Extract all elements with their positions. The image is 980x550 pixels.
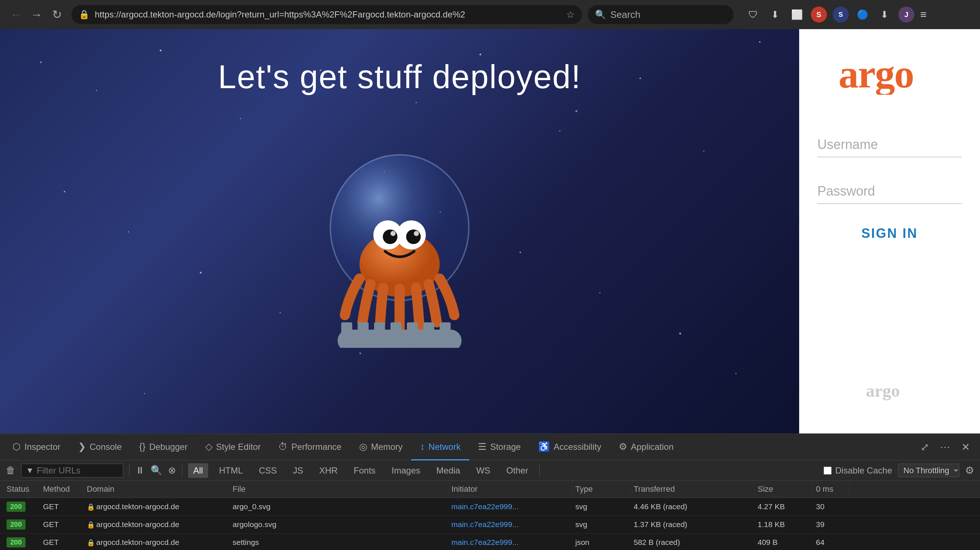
tab-accessibility[interactable]: ♿ Accessibility [530, 434, 610, 460]
filter-ws-button[interactable]: WS [471, 463, 495, 478]
page-left: Let's get stuff deployed! [0, 29, 799, 433]
toolbar-divider-1 [129, 464, 129, 477]
tab-style-editor[interactable]: ◇ Style Editor [197, 434, 270, 460]
search-placeholder-text: Search [610, 9, 640, 21]
tab-network[interactable]: ↕ Network [411, 434, 469, 460]
cell-method: GET [40, 534, 84, 550]
tab-debugger[interactable]: {} Debugger [130, 434, 197, 460]
avatar-2[interactable]: S [833, 6, 849, 22]
argo-logo: argo [835, 51, 944, 103]
filter-all-button[interactable]: All [188, 463, 208, 478]
status-badge: 200 [6, 520, 25, 529]
network-icon: ↕ [420, 441, 425, 452]
tab-application[interactable]: ⚙ Application [610, 434, 682, 460]
svg-point-4 [383, 230, 398, 244]
cell-file: argo_0.svg [230, 499, 449, 515]
page-headline: Let's get stuff deployed! [0, 58, 799, 96]
address-bar[interactable]: 🔒 https://argocd.tekton-argocd.de/login?… [72, 5, 582, 24]
menu-button[interactable]: ≡ [920, 8, 927, 21]
filter-other-button[interactable]: Other [501, 463, 533, 478]
filter-urls-wrapper: ▼ [21, 464, 123, 477]
cell-transferred: 582 B (raced) [631, 534, 755, 550]
password-field [818, 179, 962, 204]
filter-urls-input[interactable] [37, 466, 110, 476]
cell-type: svg [573, 499, 631, 515]
avatar[interactable]: S [811, 6, 827, 22]
throttle-select[interactable]: No Throttling Fast 3G Slow 3G [898, 464, 959, 477]
cell-size: 1.18 KB [755, 517, 813, 533]
lock-icon: 🔒 [79, 10, 90, 20]
undock-button[interactable]: ⤢ [916, 439, 933, 456]
filter-xhr-button[interactable]: XHR [314, 463, 343, 478]
devtools-tabs: ⬡ Inspector ❯ Console {} Debugger ◇ Styl… [0, 434, 980, 460]
col-transferred: Transferred [631, 481, 755, 498]
cell-time: 64 [813, 534, 850, 550]
filter-css-button[interactable]: CSS [254, 463, 282, 478]
login-panel: argo SIGN IN argo [799, 29, 980, 433]
sync-button[interactable]: 🔵 [854, 6, 870, 22]
forward-button[interactable]: → [28, 6, 45, 23]
application-icon: ⚙ [619, 441, 627, 452]
col-status: Status [4, 481, 40, 498]
username-input[interactable] [818, 133, 962, 157]
cell-type: svg [573, 517, 631, 533]
col-domain: Domain [84, 481, 230, 498]
close-devtools-button[interactable]: ✕ [957, 439, 974, 456]
filter-html-button[interactable]: HTML [214, 463, 248, 478]
sign-in-button[interactable]: SIGN IN [861, 226, 918, 241]
cell-method: GET [40, 499, 84, 515]
filter-fonts-button[interactable]: Fonts [348, 463, 380, 478]
password-input[interactable] [818, 179, 962, 204]
reload-button[interactable]: ↻ [48, 6, 65, 23]
cell-status: 200 [4, 498, 40, 515]
clear-network-button[interactable]: ⊗ [168, 465, 176, 476]
disable-cache-label[interactable]: Disable Cache [824, 466, 892, 476]
url-text: https://argocd.tekton-argocd.de/login?re… [95, 10, 561, 20]
tab-storage[interactable]: ☰ Storage [469, 434, 530, 460]
table-body: 200 GET 🔒argocd.tekton-argocd.de argo_0.… [0, 498, 980, 550]
network-toolbar: 🗑 ▼ ⏸ 🔍 ⊗ All HTML CSS JS XHR Fonts Imag… [0, 460, 980, 481]
cell-method: GET [40, 517, 84, 533]
network-settings-button[interactable]: ⚙ [965, 464, 974, 476]
filter-media-button[interactable]: Media [431, 463, 465, 478]
username-field [818, 133, 962, 157]
toolbar-divider-3 [539, 464, 539, 477]
shield-button[interactable]: 🛡 [745, 6, 761, 22]
tab-inspector[interactable]: ⬡ Inspector [4, 434, 69, 460]
search-bar[interactable]: 🔍 Search [588, 5, 733, 24]
memory-icon: ◎ [359, 441, 368, 452]
svg-point-6 [390, 231, 396, 236]
filter-icon: ▼ [26, 466, 34, 476]
user-avatar[interactable]: J [898, 6, 915, 22]
console-icon: ❯ [78, 441, 86, 452]
filter-images-button[interactable]: Images [387, 463, 425, 478]
cell-size: 409 B [755, 534, 813, 550]
clear-requests-button[interactable]: 🗑 [6, 465, 15, 476]
tab-performance[interactable]: ⏱ Performance [269, 434, 350, 460]
cell-time: 30 [813, 499, 850, 515]
devtools-tab-actions: ⤢ ⋯ ✕ [916, 434, 980, 460]
tab-console[interactable]: ❯ Console [69, 434, 130, 460]
bookmark-button[interactable]: ☆ [566, 9, 574, 21]
tab-memory[interactable]: ◎ Memory [350, 434, 412, 460]
filter-js-button[interactable]: JS [288, 463, 308, 478]
table-row[interactable]: 200 GET 🔒argocd.tekton-argocd.de argo_0.… [0, 498, 980, 516]
pause-recording-button[interactable]: ⏸ [135, 465, 145, 476]
mascot-svg [298, 144, 502, 348]
search-requests-button[interactable]: 🔍 [151, 465, 162, 476]
table-row[interactable]: 200 GET 🔒argocd.tekton-argocd.de setting… [0, 534, 980, 550]
table-row[interactable]: 200 GET 🔒argocd.tekton-argocd.de argolog… [0, 516, 980, 534]
cell-domain: 🔒argocd.tekton-argocd.de [84, 517, 230, 533]
more-tools-button[interactable]: ⋯ [936, 439, 954, 456]
inspector-icon: ⬡ [13, 441, 21, 452]
profile-button[interactable]: ⬇ [877, 6, 892, 22]
login-form: SIGN IN [818, 133, 962, 241]
back-button[interactable]: ← [7, 6, 25, 23]
col-size: Size [755, 481, 813, 498]
layout-button[interactable]: ⬜ [789, 6, 805, 22]
disable-cache-checkbox[interactable] [824, 467, 832, 475]
style-editor-icon: ◇ [205, 441, 213, 452]
download-button[interactable]: ⬇ [767, 6, 783, 22]
cell-status: 200 [4, 534, 40, 550]
cell-file: argologo.svg [230, 517, 449, 533]
